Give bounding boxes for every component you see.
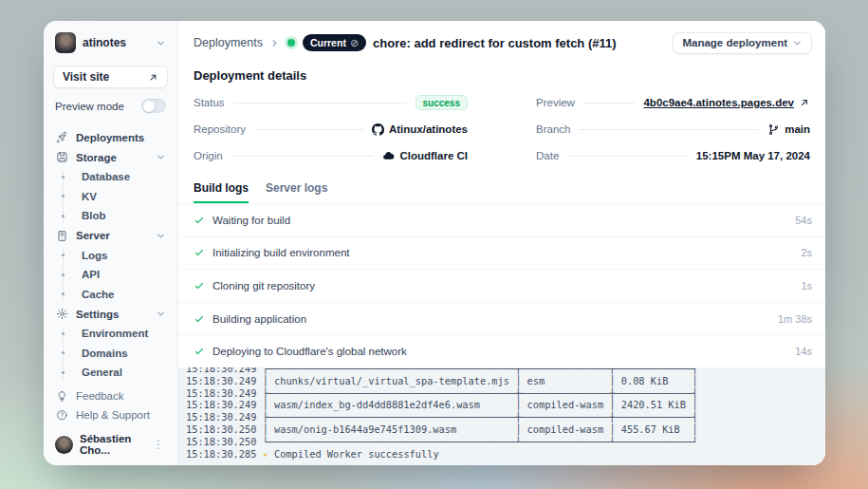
build-step-duration: 14s — [795, 346, 812, 357]
sidebar-item-general[interactable]: General — [53, 363, 168, 383]
sidebar-nav: Deployments Storage Database KV Blob — [53, 127, 168, 383]
deployment-header: Deployments Current ⊘ chore: add redirec… — [178, 21, 825, 52]
main-panel: Deployments Current ⊘ chore: add redirec… — [178, 21, 825, 465]
github-icon — [372, 123, 384, 136]
sidebar-item-label: Server — [76, 230, 148, 241]
status-badge: success — [416, 95, 468, 110]
chevron-right-icon — [269, 38, 280, 48]
tab-build-logs[interactable]: Build logs — [194, 181, 249, 203]
bullet-icon — [62, 176, 65, 179]
help-support-link[interactable]: Help & Support — [53, 405, 168, 424]
sidebar-item-cache[interactable]: Cache — [53, 285, 168, 305]
chevron-down-icon — [156, 309, 166, 319]
divider — [233, 103, 407, 103]
build-step-duration: 1m 38s — [778, 313, 812, 325]
detail-row-branch: Branch main — [536, 116, 810, 142]
repository-label: Repository — [194, 123, 246, 135]
feedback-link[interactable]: Feedback — [53, 386, 168, 405]
settings-subnav: Environment Domains General — [53, 324, 168, 383]
sidebar-item-server[interactable]: Server — [53, 226, 168, 246]
date-value: 15:15PM May 17, 2024 — [696, 150, 810, 161]
rocket-icon — [55, 131, 68, 144]
bullet-icon — [62, 292, 65, 295]
build-step-row[interactable]: Deploying to Cloudflare's global network… — [178, 334, 825, 367]
sidebar-item-label: API — [82, 269, 100, 280]
workspace-name: atinotes — [83, 36, 149, 49]
gear-icon — [55, 308, 68, 321]
workspace-avatar — [55, 32, 76, 53]
preview-mode-row: Preview mode — [53, 99, 168, 113]
git-branch-icon — [767, 123, 780, 136]
sidebar-item-blob[interactable]: Blob — [53, 206, 168, 226]
tab-server-logs[interactable]: Server logs — [266, 181, 327, 203]
external-link-icon[interactable] — [799, 97, 810, 108]
breadcrumb-deployments[interactable]: Deployments — [194, 36, 263, 49]
repository-value[interactable]: Atinux/atinotes — [389, 123, 468, 135]
live-status-dot — [287, 39, 295, 47]
server-subnav: Logs API Cache — [53, 246, 168, 305]
help-circle-icon — [55, 408, 68, 422]
divider — [583, 103, 636, 103]
user-menu[interactable]: Sébastien Cho... ⋮ — [53, 433, 168, 456]
date-label: Date — [536, 150, 559, 161]
check-icon — [194, 313, 205, 325]
app-window: atinotes Visit site Preview mode — [44, 21, 825, 465]
build-step-row[interactable]: Initializing build environment 2s — [178, 236, 825, 270]
check-icon — [194, 215, 205, 226]
build-step-row[interactable]: Cloning git repository 1s — [178, 269, 825, 302]
build-step-row[interactable]: Building application 1m 38s — [178, 302, 825, 335]
desktop-background: atinotes Visit site Preview mode — [0, 0, 868, 489]
log-final-message: Compiled Worker successfully — [274, 448, 439, 460]
user-name: Sébastien Cho... — [80, 433, 144, 456]
build-step-label: Building application — [212, 313, 778, 325]
lightbulb-icon — [55, 389, 68, 403]
visit-site-label: Visit site — [63, 70, 109, 84]
build-step-label: Cloning git repository — [212, 280, 801, 292]
sidebar-item-api[interactable]: API — [53, 265, 168, 285]
workspace-selector[interactable]: atinotes — [53, 31, 168, 54]
chevron-down-icon — [792, 38, 803, 48]
sidebar-item-settings[interactable]: Settings — [53, 304, 168, 324]
build-log-output: 15:18:30.249 ┌──────────────────────────… — [178, 367, 825, 465]
sidebar-item-storage[interactable]: Storage — [53, 147, 168, 167]
origin-value: Cloudflare CI — [399, 150, 468, 161]
sidebar-item-label: Domains — [82, 348, 128, 359]
build-step-row[interactable]: Waiting for build 54s — [178, 203, 825, 236]
build-step-label: Initializing build environment — [212, 247, 801, 258]
divider — [254, 129, 363, 130]
build-step-duration: 2s — [801, 247, 812, 258]
bullet-icon — [62, 254, 65, 256]
sidebar-item-label: Blob — [82, 210, 106, 221]
external-link-icon — [148, 72, 158, 83]
sidebar-item-domains[interactable]: Domains — [53, 344, 168, 364]
sidebar-item-label: Settings — [76, 309, 148, 320]
sidebar-footer: Feedback Help & Support Sébastien Cho...… — [53, 386, 168, 456]
manage-deployment-label: Manage deployment — [682, 37, 787, 48]
sidebar-item-label: Cache — [82, 289, 115, 300]
build-step-label: Waiting for build — [212, 215, 795, 226]
detail-row-date: Date 15:15PM May 17, 2024 — [536, 142, 810, 169]
kebab-menu-icon[interactable]: ⋮ — [151, 438, 166, 451]
visit-site-button[interactable]: Visit site — [53, 66, 168, 88]
bullet-icon — [62, 195, 65, 197]
sidebar-item-deployments[interactable]: Deployments — [53, 127, 168, 147]
preview-url-link[interactable]: 4b0c9ae4.atinotes.pages.dev — [643, 97, 794, 108]
sidebar-item-label: General — [82, 367, 122, 378]
sidebar-item-kv[interactable]: KV — [53, 187, 168, 207]
sidebar-item-label: Environment — [82, 328, 148, 339]
sidebar-item-database[interactable]: Database — [53, 167, 168, 187]
manage-deployment-button[interactable]: Manage deployment — [673, 32, 812, 54]
preview-label: Preview — [536, 97, 575, 108]
divider — [231, 156, 375, 157]
bullet-icon — [62, 332, 65, 335]
sidebar-item-logs[interactable]: Logs — [53, 246, 168, 266]
slash-circle-icon[interactable]: ⊘ — [350, 38, 359, 48]
sidebar-item-label: Database — [82, 171, 130, 182]
origin-label: Origin — [194, 150, 223, 161]
help-support-label: Help & Support — [76, 409, 150, 421]
preview-mode-toggle[interactable] — [141, 99, 166, 113]
build-step-duration: 1s — [801, 280, 812, 292]
sidebar-item-label: Storage — [76, 152, 148, 163]
detail-row-repository: Repository Atinux/atinotes — [194, 116, 468, 142]
sidebar-item-environment[interactable]: Environment — [53, 324, 168, 344]
